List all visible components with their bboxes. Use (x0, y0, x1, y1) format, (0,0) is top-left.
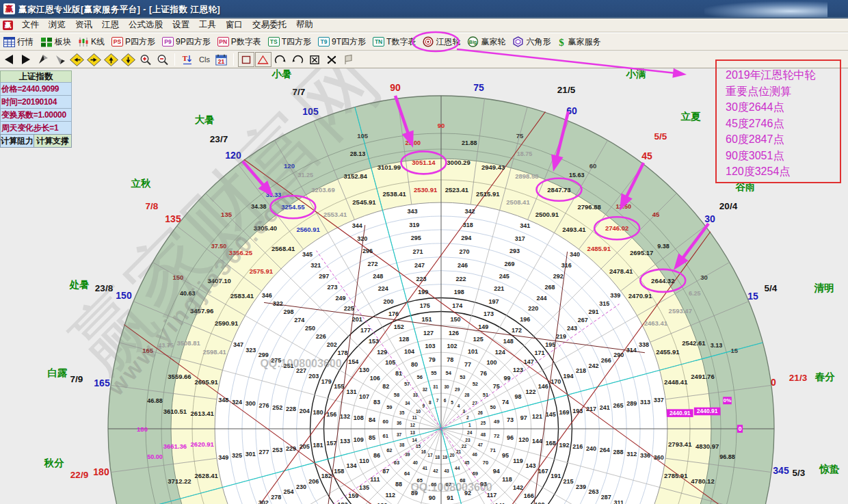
svg-text:167: 167 (538, 468, 548, 475)
menu-item-2[interactable]: 浏览 (44, 18, 70, 31)
diamond-right-icon[interactable] (86, 52, 103, 67)
svg-text:46.88: 46.88 (147, 397, 163, 404)
svg-text:85: 85 (369, 434, 375, 441)
square-tool-icon[interactable] (238, 52, 254, 67)
triangle-tool-icon[interactable] (255, 52, 271, 67)
svg-text:27: 27 (473, 401, 478, 406)
svg-text:2746.02: 2746.02 (605, 224, 628, 232)
t9-square-icon: T9 (318, 37, 330, 47)
svg-text:203: 203 (308, 373, 319, 380)
toolbar-item-10[interactable]: 江恩轮 (419, 34, 464, 50)
sector-blocks-icon (40, 37, 53, 47)
svg-text:106: 106 (370, 375, 380, 382)
svg-text:2515.91: 2515.91 (476, 190, 500, 198)
svg-text:125: 125 (473, 336, 483, 343)
main-toolbar: 行情板块K线PSP四方形P99P四方形PNP数字表TST四方形T99T四方形TN… (0, 33, 848, 51)
svg-text:21/5: 21/5 (557, 85, 576, 95)
svg-text:216: 216 (572, 443, 583, 450)
menu-item-1[interactable]: 文件 (17, 18, 44, 31)
toolbar-item-5[interactable]: P99P四方形 (159, 34, 214, 50)
menu-item-9[interactable]: 交易委托 (248, 18, 291, 31)
toolbar-item-label: P四方形 (125, 36, 155, 48)
svg-text:立夏: 立夏 (680, 111, 702, 122)
svg-text:246: 246 (458, 262, 468, 269)
zoom-out-icon[interactable] (155, 52, 171, 67)
menu-item-8[interactable]: 窗口 (221, 18, 248, 31)
diamond-down-icon[interactable] (120, 52, 137, 67)
svg-text:345: 345 (773, 465, 789, 476)
zoom-in-icon[interactable] (137, 52, 154, 67)
toolbar-item-11[interactable]: Big赢家轮 (464, 34, 509, 50)
skew-arrow-up-icon[interactable] (35, 52, 51, 67)
calendar-21-icon[interactable]: 21 (213, 52, 230, 67)
flag-tool-icon[interactable] (341, 52, 357, 67)
svg-text:229: 229 (286, 445, 296, 452)
svg-text:102: 102 (447, 343, 457, 349)
toolbar-item-8[interactable]: T99T四方形 (315, 34, 369, 50)
svg-text:320: 320 (357, 235, 367, 242)
t-down-icon[interactable]: T (179, 52, 196, 67)
svg-text:59: 59 (386, 404, 392, 410)
svg-text:17: 17 (427, 453, 433, 457)
arrow-left-icon[interactable] (1, 52, 17, 67)
menu-item-5[interactable]: 公式选股 (124, 18, 168, 31)
toolbar-item-3[interactable]: K线 (75, 34, 108, 50)
svg-text:40: 40 (413, 460, 419, 465)
toolbar-item-13[interactable]: $赢家服务 (554, 34, 604, 50)
resize-cross-icon[interactable] (323, 52, 340, 67)
svg-text:83: 83 (373, 399, 380, 406)
svg-text:317: 317 (515, 235, 525, 242)
svg-text:45: 45 (464, 460, 470, 465)
svg-text:16: 16 (421, 449, 427, 454)
toolbar-item-7[interactable]: TST四方形 (265, 34, 315, 50)
svg-text:199: 199 (418, 289, 428, 295)
arrow-right-icon[interactable] (18, 52, 34, 67)
svg-text:90: 90 (438, 122, 445, 129)
svg-text:2847.73: 2847.73 (547, 186, 570, 194)
svg-text:313: 313 (640, 399, 650, 406)
diamond-up-icon[interactable] (103, 52, 120, 67)
toolbar-item-1[interactable]: 行情 (0, 34, 37, 50)
svg-text:2500.91: 2500.91 (535, 211, 559, 218)
menu-item-10[interactable]: 帮助 (291, 18, 318, 31)
svg-text:175: 175 (420, 302, 430, 309)
calc-support-button[interactable]: 计算支撑 (34, 134, 72, 148)
box-x-icon[interactable] (306, 52, 323, 67)
svg-text:244: 244 (536, 295, 546, 302)
cls-icon[interactable]: Cls (196, 52, 213, 67)
menu-item-6[interactable]: 设置 (168, 18, 194, 31)
toolbar-item-4[interactable]: PSP四方形 (108, 34, 159, 50)
toolbar-item-label: 江恩轮 (436, 36, 460, 48)
svg-text:64: 64 (404, 470, 410, 477)
svg-text:183: 183 (337, 501, 347, 504)
svg-text:13: 13 (410, 430, 416, 435)
toolbar-item-6[interactable]: PNP数字表 (214, 34, 265, 50)
svg-text:60: 60 (589, 162, 597, 170)
svg-text:202: 202 (327, 341, 337, 348)
svg-text:198: 198 (454, 289, 464, 295)
svg-text:2448.41: 2448.41 (664, 378, 688, 386)
svg-text:4: 4 (458, 403, 460, 408)
svg-text:135: 135 (359, 484, 369, 491)
diamond-up-icon-glyph (104, 53, 118, 66)
diamond-left-icon[interactable] (69, 52, 85, 67)
menu-item-4[interactable]: 江恩 (97, 18, 124, 31)
toolbar-item-9[interactable]: TNT数字表 (369, 34, 419, 50)
skew-arrow-down-icon[interactable] (52, 52, 68, 67)
arc-ccw-icon[interactable] (289, 52, 306, 67)
calc-resistance-button[interactable]: 计算阻力 (0, 134, 34, 148)
svg-text:2793.41: 2793.41 (668, 440, 692, 448)
svg-text:78: 78 (447, 356, 453, 363)
svg-text:Cls: Cls (199, 55, 210, 64)
svg-text:157: 157 (326, 440, 336, 447)
menu-item-7[interactable]: 工具 (194, 18, 221, 31)
arc-cw-icon[interactable] (272, 52, 289, 67)
svg-text:146: 146 (538, 383, 548, 390)
svg-text:84: 84 (369, 416, 375, 423)
svg-text:302: 302 (259, 499, 269, 504)
toolbar-item-12[interactable]: 六角形 (509, 34, 554, 50)
toolbar-item-2[interactable]: 板块 (37, 34, 75, 50)
svg-text:20/4: 20/4 (719, 201, 738, 211)
svg-text:344: 344 (352, 222, 362, 229)
menu-item-3[interactable]: 资讯 (70, 18, 97, 31)
